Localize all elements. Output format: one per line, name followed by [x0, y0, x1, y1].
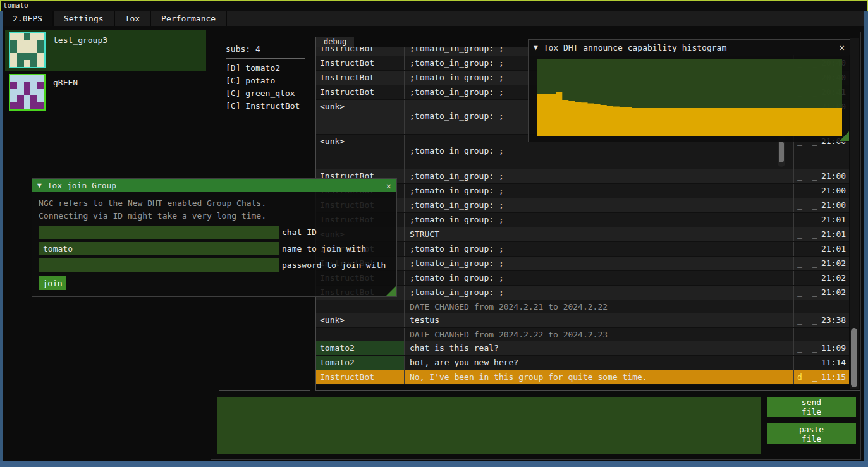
avatar-pixel [10, 47, 17, 54]
avatar-pixel [17, 95, 24, 102]
message-receipt-marks: _ _ [793, 257, 817, 270]
message-time: 11:09 [817, 341, 849, 355]
avatar-pixel [10, 75, 17, 82]
receipt-mark: _ [797, 273, 805, 282]
avatar-pixel [10, 102, 17, 109]
avatar-pixel [10, 82, 17, 89]
join-input-password-to-join-with[interactable] [39, 258, 279, 272]
avatar-pixel [24, 40, 31, 47]
chat-message-row[interactable]: tomato2bot, are you new here?_ _11:14 [316, 356, 849, 370]
avatar-pixel [17, 60, 24, 67]
menu-item-performance[interactable]: Performance [151, 11, 227, 26]
dht-histogram-plot [537, 59, 842, 136]
avatar-pixel [30, 89, 37, 96]
avatar-pixel [17, 53, 24, 60]
group-avatar [9, 74, 46, 111]
close-icon[interactable]: ✕ [834, 42, 845, 52]
message-sender: InstructBot [316, 71, 404, 85]
message-sender: InstructBot [316, 47, 404, 56]
receipt-mark: _ [797, 229, 805, 239]
member-item[interactable]: [C] InstructBot [226, 100, 310, 112]
join-group-window[interactable]: ▼ Tox join Group ✕ NGC refers to the New… [32, 178, 397, 297]
date-changed-row[interactable]: DATE CHANGED from 2024.2.21 to 2024.2.22 [316, 300, 849, 313]
join-button[interactable]: join [39, 276, 66, 290]
subs-count: subs: 4 [226, 44, 310, 58]
date-changed-row[interactable]: DATE CHANGED from 2024.2.22 to 2024.2.23 [316, 328, 849, 341]
receipt-mark: _ [797, 315, 805, 325]
receipt-mark: _ [797, 343, 805, 353]
message-receipt-marks: _ _ [793, 184, 817, 198]
receipt-mark: _ [812, 372, 817, 382]
message-time: 21:02 [817, 286, 849, 300]
chat-message-row[interactable]: tomato2chat is this real?_ _11:09 [316, 341, 849, 356]
avatar-pixel [17, 40, 24, 47]
tab-debug[interactable]: debug [316, 37, 354, 47]
message-text: ;tomato_in_group: ; [404, 271, 793, 285]
histogram-area [537, 92, 842, 136]
receipt-mark: _ [812, 171, 817, 181]
menu-item-settings[interactable]: Settings [54, 11, 115, 26]
window-frame-right [864, 11, 868, 467]
join-help-line2: Connecting via ID might take a very long… [39, 210, 390, 222]
paste-file-button[interactable]: paste file [767, 423, 856, 444]
message-receipt-marks: _ _ [793, 213, 817, 227]
window-frame-bottom [0, 461, 868, 467]
message-sender: <unk> [316, 100, 404, 134]
receipt-mark: _ [812, 200, 817, 210]
message-time: 21:01 [817, 213, 849, 227]
avatar-pixel [10, 95, 17, 102]
resize-grip[interactable] [840, 131, 849, 141]
receipt-mark: _ [812, 315, 817, 325]
receipt-mark: _ [797, 358, 805, 367]
avatar-pixel [37, 75, 44, 82]
avatar-pixel [17, 47, 24, 54]
sidebar-group-gREEN[interactable]: gREEN [5, 72, 206, 111]
message-cell-scrollbar-thumb[interactable] [779, 142, 784, 162]
message-text: ;tomato_in_group: ; [404, 286, 793, 300]
avatar-pixel [24, 33, 31, 40]
message-sender: <unk> [316, 135, 404, 169]
chat-message-row[interactable]: InstructBotNo, I've been in this group f… [316, 370, 849, 385]
dht-histogram-title: Tox DHT announce capability histogram [544, 43, 834, 52]
send-file-button[interactable]: send file [767, 397, 856, 417]
dht-histogram-titlebar[interactable]: ▼ Tox DHT announce capability histogram … [529, 40, 850, 55]
join-field-row: password to join with [39, 258, 390, 272]
chat-scrollbar-thumb[interactable] [851, 328, 857, 387]
menu-item-tox[interactable]: Tox [115, 11, 151, 26]
avatar-pixel [17, 75, 24, 82]
message-input[interactable] [217, 397, 761, 454]
collapse-arrow-icon[interactable]: ▼ [37, 181, 42, 190]
join-help-line1: NGC refers to the New DHT enabled Group … [39, 197, 390, 210]
message-text: ;tomato_in_group: ; [404, 242, 793, 256]
avatar-pixel [17, 82, 24, 89]
window-titlebar[interactable]: tomato [0, 0, 868, 11]
message-receipt-marks: _ _ [793, 242, 817, 256]
avatar-pixel [37, 60, 44, 67]
message-text: ;tomato_in_group: ; [404, 184, 793, 198]
resize-grip[interactable] [386, 286, 396, 296]
receipt-mark: _ [797, 215, 805, 224]
member-item[interactable]: [C] potato [226, 75, 310, 87]
message-time [817, 300, 849, 313]
avatar-pixel [10, 33, 17, 40]
member-item[interactable]: [C] green_qtox [226, 87, 310, 100]
menu-item-20fps[interactable]: 2.0FPS [3, 11, 54, 26]
chat-message-row[interactable]: <unk>testus_ _23:38 [316, 313, 849, 328]
dht-histogram-window[interactable]: ▼ Tox DHT announce capability histogram … [528, 39, 850, 142]
avatar-pixel [24, 82, 31, 89]
window-frame-left [0, 11, 3, 467]
chat-scrollbar[interactable] [850, 38, 859, 389]
member-item[interactable]: [D] tomato2 [226, 62, 310, 75]
join-group-titlebar[interactable]: ▼ Tox join Group ✕ [32, 179, 396, 192]
message-text: ;tomato_in_group: ; [404, 198, 793, 212]
join-input-chat-ID[interactable] [39, 226, 279, 239]
join-input-name-to-join-with[interactable] [39, 242, 279, 255]
join-field-label: password to join with [279, 260, 386, 270]
collapse-arrow-icon[interactable]: ▼ [534, 44, 538, 52]
message-receipt-marks: _ _ [793, 286, 817, 300]
close-icon[interactable]: ✕ [381, 181, 391, 191]
message-sender: <unk> [316, 313, 404, 327]
avatar-pixel [24, 60, 31, 67]
sidebar-group-test_group3[interactable]: test_group3 [5, 30, 206, 71]
avatar-pixel [24, 47, 31, 54]
